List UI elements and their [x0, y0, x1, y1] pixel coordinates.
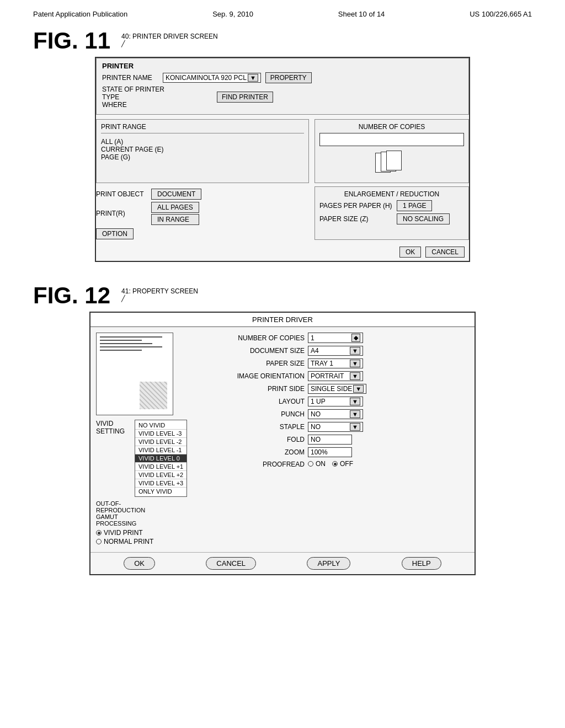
zoom-row: ZOOM 100% [225, 447, 469, 457]
doc-size-dropdown[interactable]: ▼ [350, 347, 360, 355]
layout-row: LAYOUT 1 UP ▼ [225, 397, 469, 406]
proofread-on-label: ON [316, 460, 326, 468]
property-right: NUMBER OF COPIES 1 ◆ DOCUMENT SIZE A4 ▼ [225, 333, 469, 547]
print-r-label: PRINT(R) [96, 210, 151, 217]
vivid-item-7[interactable]: VIVID LEVEL +3 [135, 479, 186, 488]
vivid-item-8[interactable]: ONLY VIVID [135, 488, 186, 495]
vivid-print-radio[interactable] [96, 530, 102, 536]
paper-size-field-value: TRAY 1 [311, 360, 349, 367]
page-option: PAGE (G) [101, 153, 304, 161]
staple-input[interactable]: NO ▼ [308, 422, 363, 432]
layout-dropdown[interactable]: ▼ [350, 398, 360, 405]
staple-value: NO [311, 423, 349, 431]
printer-name-input[interactable]: KONICAMINOLTA 920 PCL ▼ [163, 73, 261, 83]
proofread-off-radio[interactable] [332, 461, 338, 467]
option-row: OPTION [96, 229, 309, 238]
punch-label: PUNCH [225, 410, 308, 418]
fold-input[interactable]: NO [308, 435, 352, 445]
print-side-row: PRINT SIDE SINGLE SIDE ▼ [225, 384, 469, 394]
all-pages-button[interactable]: ALL PAGES [151, 202, 199, 213]
fig12-number: FIG. 12 [33, 284, 110, 307]
prop-apply-button[interactable]: APPLY [307, 557, 350, 570]
print-r-options: ALL PAGES IN RANGE [151, 202, 199, 225]
print-range-box: PRINT RANGE ALL (A) CURRENT PAGE (E) PAG… [96, 119, 309, 183]
staple-row: STAPLE NO ▼ [225, 422, 469, 432]
copies-input[interactable] [319, 133, 464, 146]
print-side-input[interactable]: SINGLE SIDE ▼ [308, 384, 366, 394]
print-dialog: PRINTER PRINTER NAME KONICAMINOLTA 920 P… [95, 57, 470, 262]
punch-dropdown[interactable]: ▼ [350, 410, 360, 418]
option-button[interactable]: OPTION [96, 228, 134, 239]
vivid-list[interactable]: NO VIVID VIVID LEVEL -3 VIVID LEVEL -2 V… [135, 420, 187, 497]
staple-dropdown[interactable]: ▼ [350, 423, 360, 431]
print-cancel-button[interactable]: CANCEL [425, 247, 465, 258]
zoom-input[interactable]: 100% [308, 447, 352, 457]
punch-input[interactable]: NO ▼ [308, 409, 363, 419]
fig11-arrow: ╱ [121, 40, 218, 47]
document-button[interactable]: DOCUMENT [151, 189, 201, 200]
vivid-item-5[interactable]: VIVID LEVEL +1 [135, 463, 186, 471]
fold-row: FOLD NO [225, 435, 469, 445]
layout-label: LAYOUT [225, 398, 308, 405]
copies-spinner[interactable]: ◆ [351, 334, 360, 342]
print-ok-button[interactable]: OK [399, 247, 421, 258]
preview-line-4 [100, 346, 162, 347]
preview-line-2 [100, 340, 142, 341]
vivid-label-row: VIVIDSETTING NO VIVID VIVID LEVEL -3 VIV… [96, 420, 217, 497]
vivid-item-6[interactable]: VIVID LEVEL +2 [135, 471, 186, 479]
proofread-label: PROOFREAD [225, 461, 308, 468]
punch-value: NO [311, 410, 349, 418]
sheet-label: Sheet 10 of 14 [338, 10, 385, 18]
proofread-on-radio[interactable] [308, 461, 313, 467]
fig12-screen-id: 41: PROPERTY SCREEN [121, 287, 198, 295]
prop-help-button[interactable]: HELP [402, 557, 441, 570]
pages-per-paper-value[interactable]: 1 PAGE [397, 200, 432, 211]
all-option: ALL (A) [101, 138, 304, 146]
paper-size-row: PAPER SIZE (Z) NO SCALING [319, 213, 464, 224]
print-side-dropdown[interactable]: ▼ [353, 385, 364, 393]
property-button[interactable]: PROPERTY [265, 72, 312, 83]
content-area: FIG. 11 40: PRINTER DRIVER SCREEN ╱ PRIN… [0, 24, 565, 614]
printer-section: PRINTER PRINTER NAME KONICAMINOLTA 920 P… [96, 58, 469, 115]
property-footer: OK CANCEL APPLY HELP [90, 552, 475, 574]
vivid-setting-label: VIVIDSETTING [96, 420, 135, 435]
page-icon-3 [386, 151, 402, 170]
preview-line-3 [100, 343, 152, 344]
doc-size-input[interactable]: A4 ▼ [308, 346, 363, 356]
property-left: VIVIDSETTING NO VIVID VIVID LEVEL -3 VIV… [96, 333, 217, 547]
fig11-section: FIG. 11 40: PRINTER DRIVER SCREEN ╱ PRIN… [33, 29, 532, 262]
pages-per-paper-label: PAGES PER PAPER (H) [319, 202, 397, 210]
vivid-item-4[interactable]: VIVID LEVEL 0 [135, 454, 186, 463]
prop-cancel-button[interactable]: CANCEL [206, 557, 256, 570]
print-dialog-footer: OK CANCEL [96, 243, 469, 261]
zoom-label: ZOOM [225, 448, 308, 456]
vivid-item-3[interactable]: VIVID LEVEL -1 [135, 446, 186, 454]
copies-field-input[interactable]: 1 ◆ [308, 333, 363, 343]
fig11-number: FIG. 11 [33, 29, 110, 52]
paper-size-dropdown[interactable]: ▼ [350, 360, 360, 367]
find-printer-button[interactable]: FIND PRINTER [217, 92, 273, 103]
img-orientation-row: IMAGE ORIENTATION PORTRAIT ▼ [225, 371, 469, 381]
vivid-item-2[interactable]: VIVID LEVEL -2 [135, 438, 186, 446]
property-dialog: PRINTER DRIVER [89, 312, 476, 575]
paper-size-row: PAPER SIZE TRAY 1 ▼ [225, 358, 469, 368]
paper-size-value[interactable]: NO SCALING [397, 213, 450, 224]
prop-ok-button[interactable]: OK [124, 557, 155, 570]
current-page-option: CURRENT PAGE (E) [101, 146, 304, 153]
vivid-item-1[interactable]: VIVID LEVEL -3 [135, 430, 186, 438]
paper-size-field-label: PAPER SIZE [225, 360, 308, 367]
vivid-item-0[interactable]: NO VIVID [135, 421, 186, 430]
paper-size-field-input[interactable]: TRAY 1 ▼ [308, 358, 363, 368]
img-orientation-dropdown[interactable]: ▼ [350, 372, 360, 380]
layout-input[interactable]: 1 UP ▼ [308, 397, 363, 406]
normal-print-radio[interactable] [96, 539, 102, 544]
printer-name-dropdown[interactable]: ▼ [248, 74, 258, 82]
preview-line-5 [100, 350, 142, 351]
normal-print-row: NORMAL PRINT [96, 538, 217, 545]
pages-icon [375, 151, 408, 175]
img-orientation-input[interactable]: PORTRAIT ▼ [308, 371, 363, 381]
print-range-title: PRINT RANGE [101, 123, 304, 131]
vivid-section: VIVIDSETTING NO VIVID VIVID LEVEL -3 VIV… [96, 420, 217, 497]
fold-label: FOLD [225, 436, 308, 443]
in-range-button[interactable]: IN RANGE [151, 214, 199, 225]
